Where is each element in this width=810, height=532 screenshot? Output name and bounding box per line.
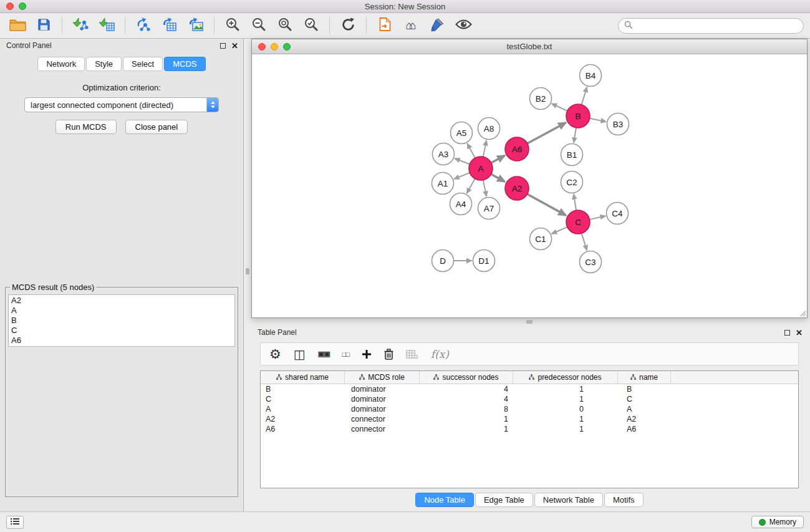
- result-item[interactable]: A2: [11, 296, 232, 306]
- table-cell[interactable]: A6: [618, 425, 671, 433]
- settings-gear-icon[interactable]: ⚙: [269, 347, 281, 362]
- minimize-view-button[interactable]: [271, 43, 278, 51]
- graph-edge-C-C2[interactable]: [574, 194, 576, 210]
- close-panel-button[interactable]: Close panel: [125, 120, 188, 134]
- graph-edge-A6-B[interactable]: [528, 122, 566, 143]
- graph-edge-B-B4[interactable]: [582, 87, 587, 105]
- graph-node-C2[interactable]: C2: [561, 172, 583, 193]
- table-row[interactable]: Cdominator41C: [261, 394, 798, 404]
- result-item[interactable]: A6: [11, 336, 232, 346]
- open-session-button[interactable]: [6, 16, 29, 36]
- table-cell[interactable]: 4: [420, 385, 513, 394]
- zoom-view-button[interactable]: [283, 43, 291, 51]
- graph-edge-C-C3[interactable]: [582, 233, 587, 250]
- graph-edge-A-A2[interactable]: [491, 174, 505, 181]
- table-cell[interactable]: A: [261, 405, 345, 414]
- graph-edge-B-B3[interactable]: [590, 118, 606, 122]
- table-cell[interactable]: 1: [513, 395, 618, 404]
- table-cell[interactable]: 8: [420, 405, 513, 414]
- show-hide-button[interactable]: [452, 16, 475, 36]
- graph-edge-A-A6[interactable]: [491, 155, 505, 163]
- home-button[interactable]: ⌂⌂: [400, 16, 422, 36]
- export-image-button[interactable]: [185, 16, 207, 36]
- graph-node-D[interactable]: D: [432, 250, 454, 272]
- tab-node-table[interactable]: Node Table: [415, 493, 474, 507]
- graph-node-A5[interactable]: A5: [451, 122, 473, 144]
- save-session-button[interactable]: [32, 16, 55, 36]
- tab-select[interactable]: Select: [123, 57, 163, 71]
- graph-node-A4[interactable]: A4: [450, 193, 472, 215]
- graph-edge-A-A8[interactable]: [483, 140, 486, 157]
- table-row[interactable]: Adominator80A: [261, 404, 798, 414]
- float-panel-icon[interactable]: [784, 330, 790, 336]
- dropdown-stepper-icon[interactable]: [206, 97, 218, 112]
- new-network-button[interactable]: [132, 16, 155, 36]
- graph-node-D1[interactable]: D1: [473, 250, 495, 272]
- graph-node-A1[interactable]: A1: [432, 173, 454, 195]
- column-header[interactable]: name: [618, 371, 671, 384]
- table-cell[interactable]: A6: [261, 425, 345, 433]
- graph-edge-A-A4[interactable]: [467, 179, 475, 193]
- delete-table-icon[interactable]: [406, 349, 418, 359]
- graph-edge-B-B2[interactable]: [552, 104, 567, 111]
- table-cell[interactable]: connector: [345, 415, 420, 423]
- table-cell[interactable]: C: [261, 395, 345, 404]
- apply-layout-button[interactable]: [337, 16, 359, 36]
- graph-node-C4[interactable]: C4: [607, 203, 629, 225]
- run-mcds-button[interactable]: Run MCDS: [55, 120, 117, 134]
- table-cell[interactable]: 1: [513, 385, 618, 394]
- close-panel-icon[interactable]: ✕: [796, 329, 803, 337]
- graph-edge-A-A3[interactable]: [455, 158, 470, 164]
- deselect-all-icon[interactable]: □□: [342, 351, 349, 358]
- table-cell[interactable]: B: [618, 385, 671, 394]
- import-table-button[interactable]: [95, 16, 118, 36]
- graph-node-A6[interactable]: A6: [505, 137, 529, 161]
- graph-node-A2[interactable]: A2: [505, 177, 529, 200]
- graph-node-A8[interactable]: A8: [478, 118, 500, 140]
- graph-edge-A2-C[interactable]: [528, 194, 566, 215]
- zoom-window-button[interactable]: [19, 2, 26, 10]
- graph-node-B[interactable]: B: [566, 104, 590, 128]
- toolbar-search[interactable]: [618, 18, 804, 34]
- new-table-button[interactable]: [158, 16, 181, 36]
- table-cell[interactable]: 1: [513, 425, 618, 433]
- memory-button[interactable]: Memory: [751, 516, 804, 528]
- network-canvas[interactable]: B4B2BB3A5A8A6B1A3AC2A1A2A4A7C4CC1C3DD1: [252, 54, 807, 317]
- tab-network[interactable]: Network: [37, 57, 85, 71]
- table-cell[interactable]: A: [618, 405, 671, 414]
- graph-node-B1[interactable]: B1: [561, 144, 583, 166]
- table-row[interactable]: A6connector11A6: [261, 424, 798, 434]
- result-item[interactable]: B: [11, 316, 232, 326]
- add-row-icon[interactable]: [362, 349, 372, 359]
- table-cell[interactable]: 1: [420, 425, 513, 433]
- table-row[interactable]: Bdominator41B: [261, 384, 798, 394]
- graph-node-B2[interactable]: B2: [530, 88, 552, 110]
- graph-node-C[interactable]: C: [566, 210, 590, 234]
- mcds-result-list[interactable]: A2ABCA6: [8, 294, 235, 347]
- table-cell[interactable]: A2: [618, 415, 671, 423]
- columns-icon[interactable]: ◫: [294, 347, 306, 362]
- table-cell[interactable]: B: [261, 385, 345, 394]
- table-cell[interactable]: C: [618, 395, 671, 404]
- result-item[interactable]: C: [11, 326, 232, 336]
- resize-grip-icon[interactable]: [798, 309, 806, 317]
- table-cell[interactable]: dominator: [345, 395, 420, 404]
- graph-node-A7[interactable]: A7: [478, 198, 500, 220]
- search-input[interactable]: [635, 21, 798, 31]
- tab-mcds[interactable]: MCDS: [164, 57, 205, 71]
- close-window-button[interactable]: [6, 2, 14, 10]
- graph-edge-A-A7[interactable]: [483, 180, 486, 196]
- graph-node-A[interactable]: A: [469, 157, 493, 180]
- import-network-button[interactable]: [69, 16, 92, 36]
- column-header[interactable]: shared name: [261, 371, 345, 384]
- column-header[interactable]: MCDS role: [345, 371, 420, 384]
- graph-edge-A-A1[interactable]: [454, 173, 470, 179]
- graph-edge-A-A5[interactable]: [467, 143, 475, 158]
- graph-node-C3[interactable]: C3: [580, 251, 602, 273]
- table-cell[interactable]: dominator: [345, 405, 420, 414]
- splitter-handle[interactable]: [526, 320, 533, 324]
- select-all-icon[interactable]: ▣▣: [318, 350, 330, 358]
- zoom-fit-button[interactable]: [274, 16, 296, 36]
- graph-edge-C-C4[interactable]: [590, 216, 605, 220]
- splitter-handle[interactable]: [246, 268, 249, 274]
